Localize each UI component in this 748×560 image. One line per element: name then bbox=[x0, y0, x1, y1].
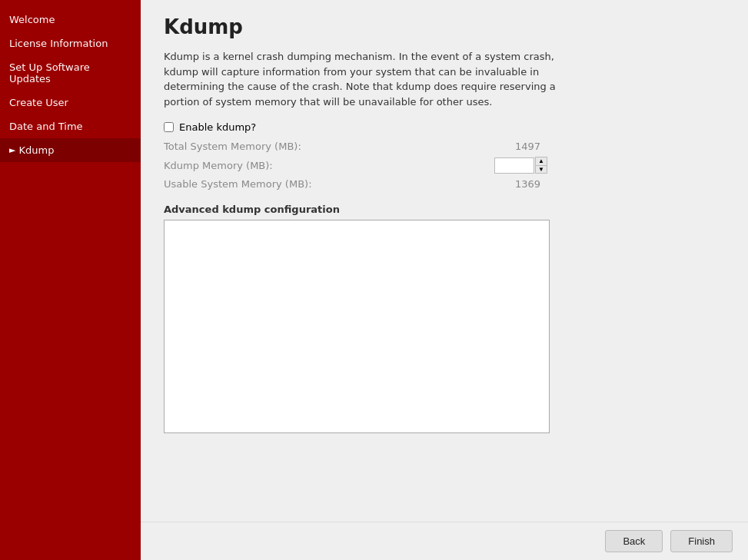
kdump-memory-label: Kdump Memory (MB): bbox=[164, 160, 494, 171]
total-memory-row: Total System Memory (MB): 1497 bbox=[164, 141, 725, 152]
page-description: Kdump is a kernel crash dumping mechanis… bbox=[164, 49, 556, 109]
sidebar-item-date-time[interactable]: Date and Time bbox=[0, 114, 141, 138]
advanced-title: Advanced kdump configuration bbox=[164, 204, 725, 215]
main-content: Kdump Kdump is a kernel crash dumping me… bbox=[141, 0, 748, 522]
total-memory-label: Total System Memory (MB): bbox=[164, 141, 494, 152]
sidebar-item-welcome-label: Welcome bbox=[9, 14, 55, 25]
spinner-up-button[interactable]: ▲ bbox=[535, 157, 547, 165]
sidebar-item-date-time-label: Date and Time bbox=[9, 121, 83, 132]
enable-kdump-label[interactable]: Enable kdump? bbox=[179, 121, 256, 133]
back-button[interactable]: Back bbox=[605, 530, 663, 552]
spinner-buttons: ▲ ▼ bbox=[535, 157, 547, 174]
sidebar-item-welcome[interactable]: Welcome bbox=[0, 8, 141, 31]
config-textarea[interactable] bbox=[165, 220, 549, 432]
enable-kdump-checkbox[interactable] bbox=[164, 122, 174, 132]
sidebar: Welcome License Information Set Up Softw… bbox=[0, 0, 141, 560]
config-area-wrapper bbox=[164, 220, 550, 433]
finish-button[interactable]: Finish bbox=[670, 530, 733, 552]
sidebar-item-kdump-label: Kdump bbox=[18, 144, 54, 156]
usable-memory-row: Usable System Memory (MB): 1369 bbox=[164, 178, 725, 190]
sidebar-item-create-user[interactable]: Create User bbox=[0, 91, 141, 114]
page-title: Kdump bbox=[164, 15, 725, 38]
arrow-icon: ► bbox=[9, 145, 15, 155]
kdump-memory-row: Kdump Memory (MB): 128 ▲ ▼ bbox=[164, 157, 725, 174]
advanced-section: Advanced kdump configuration bbox=[164, 204, 725, 433]
sidebar-item-create-user-label: Create User bbox=[9, 97, 68, 108]
sidebar-item-software-updates-label: Set Up Software Updates bbox=[9, 61, 131, 84]
total-memory-value: 1497 bbox=[494, 141, 540, 152]
sidebar-item-software-updates[interactable]: Set Up Software Updates bbox=[0, 55, 141, 91]
usable-memory-label: Usable System Memory (MB): bbox=[164, 178, 494, 190]
footer: Back Finish bbox=[141, 522, 748, 560]
sidebar-item-license-label: License Information bbox=[9, 38, 108, 49]
usable-memory-value: 1369 bbox=[494, 178, 540, 190]
spinner-down-button[interactable]: ▼ bbox=[535, 165, 547, 174]
kdump-memory-spinner: 128 ▲ ▼ bbox=[494, 157, 547, 174]
sidebar-item-kdump[interactable]: ► Kdump bbox=[0, 138, 141, 162]
enable-kdump-row: Enable kdump? bbox=[164, 121, 725, 133]
sidebar-item-license[interactable]: License Information bbox=[0, 31, 141, 55]
kdump-memory-input[interactable]: 128 bbox=[494, 157, 534, 174]
